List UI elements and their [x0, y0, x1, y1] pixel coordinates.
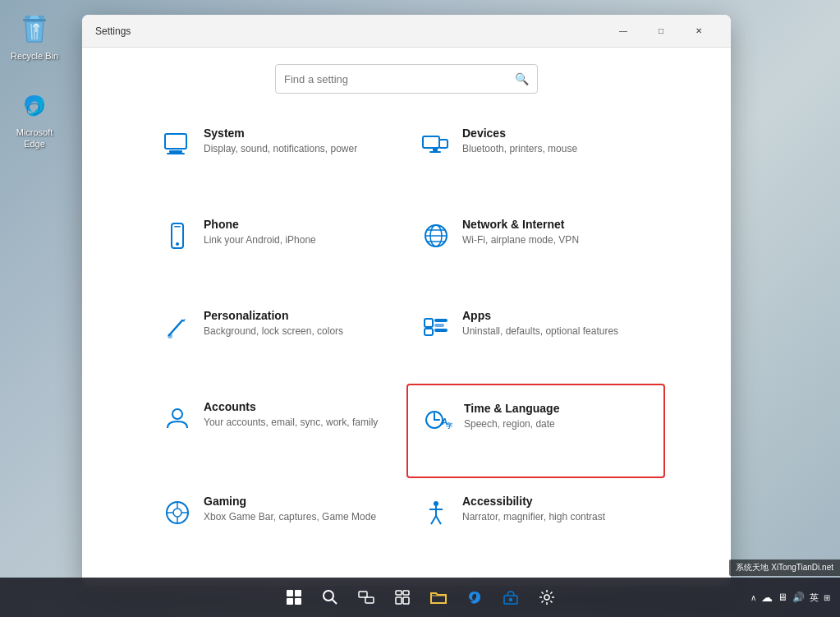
personalization-desc: Background, lock screen, colors	[204, 325, 343, 338]
svg-rect-4	[167, 153, 185, 154]
svg-point-55	[544, 595, 549, 600]
accessibility-icon	[420, 496, 452, 529]
svg-rect-11	[174, 226, 181, 228]
svg-rect-49	[396, 591, 402, 595]
svg-point-31	[173, 509, 181, 517]
svg-rect-2	[165, 134, 186, 149]
svg-rect-43	[287, 598, 293, 605]
taskbar-display[interactable]: 🖥	[778, 592, 787, 603]
svg-rect-3	[169, 150, 182, 153]
store-button[interactable]	[494, 581, 527, 614]
taskbar-center	[278, 581, 563, 614]
gaming-title: Gaming	[204, 495, 376, 508]
minimize-button[interactable]: —	[604, 18, 642, 44]
svg-point-10	[176, 242, 179, 246]
svg-line-46	[332, 599, 337, 604]
taskbar-right: ∧ ☁ 🖥 🔊 英 ⊞	[750, 591, 830, 604]
settings-item-devices[interactable]: Devices Bluetooth, printers, mouse	[406, 110, 665, 201]
start-button[interactable]	[278, 581, 310, 614]
edge-desktop-icon[interactable]: Microsoft Edge	[2, 82, 67, 154]
svg-point-24	[172, 409, 182, 419]
recycle-bin-icon[interactable]: Recycle Bin	[2, 6, 67, 65]
window-title: Settings	[95, 25, 604, 37]
time-language-desc: Speech, region, date	[464, 417, 559, 431]
settings-item-gaming[interactable]: Gaming Xbox Game Bar, captures, Game Mod…	[148, 478, 406, 569]
svg-rect-50	[403, 591, 409, 595]
file-explorer-button[interactable]	[422, 581, 455, 614]
settings-item-system[interactable]: System Display, sound, notifications, po…	[148, 110, 406, 201]
apps-desc: Uninstall, defaults, optional features	[462, 325, 618, 338]
widgets-button[interactable]	[386, 581, 419, 614]
svg-rect-42	[295, 590, 301, 596]
close-button[interactable]: ✕	[680, 18, 718, 44]
taskbar-volume[interactable]: 🔊	[792, 592, 805, 603]
svg-line-17	[169, 320, 182, 335]
personalization-title: Personalization	[204, 309, 343, 322]
system-icon	[161, 128, 194, 161]
settings-item-apps[interactable]: Apps Uninstall, defaults, optional featu…	[406, 292, 665, 384]
edge-taskbar-button[interactable]	[458, 581, 491, 614]
settings-item-personalization[interactable]: Personalization Background, lock screen,…	[148, 292, 406, 384]
recycle-bin-image	[15, 9, 54, 48]
svg-rect-21	[434, 319, 448, 322]
devices-desc: Bluetooth, printers, mouse	[462, 142, 577, 156]
title-bar: Settings — □ ✕	[82, 15, 731, 48]
taskbar-chevron[interactable]: ∧	[750, 593, 756, 602]
svg-point-36	[434, 501, 438, 506]
search-icon: 🔍	[515, 72, 529, 85]
desktop: Recycle Bin Microsoft Edge Settings	[0, 0, 840, 617]
phone-desc: Link your Android, iPhone	[204, 233, 316, 247]
svg-rect-20	[425, 329, 433, 335]
taskbar-lang[interactable]: 英	[810, 592, 819, 604]
settings-grid: System Display, sound, notifications, po…	[82, 102, 731, 586]
svg-line-40	[436, 516, 441, 524]
settings-item-phone[interactable]: Phone Link your Android, iPhone	[148, 201, 406, 292]
maximize-button[interactable]: □	[642, 18, 680, 44]
search-box[interactable]: 🔍	[275, 64, 538, 94]
search-input[interactable]	[284, 73, 515, 85]
network-text: Network & Internet Wi-Fi, airplane mode,…	[462, 218, 579, 247]
taskbar-datetime[interactable]: ⊞	[824, 593, 830, 602]
settings-item-accessibility[interactable]: Accessibility Narrator, magnifier, high …	[406, 478, 665, 569]
accounts-text: Accounts Your accounts, email, sync, wor…	[204, 400, 378, 430]
svg-rect-22	[434, 324, 444, 327]
svg-rect-44	[295, 598, 301, 605]
svg-rect-54	[509, 598, 512, 601]
svg-rect-8	[429, 151, 441, 153]
accessibility-text: Accessibility Narrator, magnifier, high …	[462, 495, 605, 524]
svg-point-18	[168, 334, 172, 338]
accessibility-desc: Narrator, magnifier, high contrast	[462, 510, 605, 524]
apps-icon	[420, 311, 452, 343]
svg-rect-51	[396, 597, 402, 604]
gaming-desc: Xbox Game Bar, captures, Game Mode	[204, 510, 376, 524]
svg-rect-52	[403, 597, 409, 604]
settings-item-time-language[interactable]: A 字 Time & Language Speech, region, date	[406, 384, 665, 478]
time-language-title: Time & Language	[464, 402, 559, 415]
accessibility-title: Accessibility	[462, 495, 605, 508]
taskbar-search-button[interactable]	[314, 581, 347, 614]
window-controls: — □ ✕	[604, 18, 718, 44]
system-desc: Display, sound, notifications, power	[204, 142, 357, 156]
task-view-button[interactable]	[350, 581, 383, 614]
network-icon	[420, 219, 452, 252]
settings-window: Settings — □ ✕ 🔍	[82, 15, 731, 586]
apps-title: Apps	[462, 309, 618, 322]
edge-image	[15, 85, 54, 125]
time-language-text: Time & Language Speech, region, date	[464, 402, 559, 431]
network-title: Network & Internet	[462, 218, 579, 231]
recycle-bin-label: Recycle Bin	[11, 50, 58, 62]
svg-rect-7	[433, 148, 438, 151]
personalization-icon	[161, 311, 194, 343]
taskbar: ∧ ☁ 🖥 🔊 英 ⊞	[0, 578, 840, 617]
svg-rect-5	[423, 136, 439, 148]
accounts-title: Accounts	[204, 400, 378, 413]
edge-label: Microsoft Edge	[5, 127, 64, 150]
settings-item-network[interactable]: Network & Internet Wi-Fi, airplane mode,…	[406, 201, 665, 292]
accounts-icon	[161, 402, 194, 435]
svg-line-39	[431, 516, 436, 524]
taskbar-cloud[interactable]: ☁	[761, 591, 773, 604]
search-container: 🔍	[82, 48, 731, 102]
svg-rect-47	[359, 592, 367, 597]
settings-taskbar-button[interactable]	[530, 581, 563, 614]
settings-item-accounts[interactable]: Accounts Your accounts, email, sync, wor…	[148, 384, 406, 478]
